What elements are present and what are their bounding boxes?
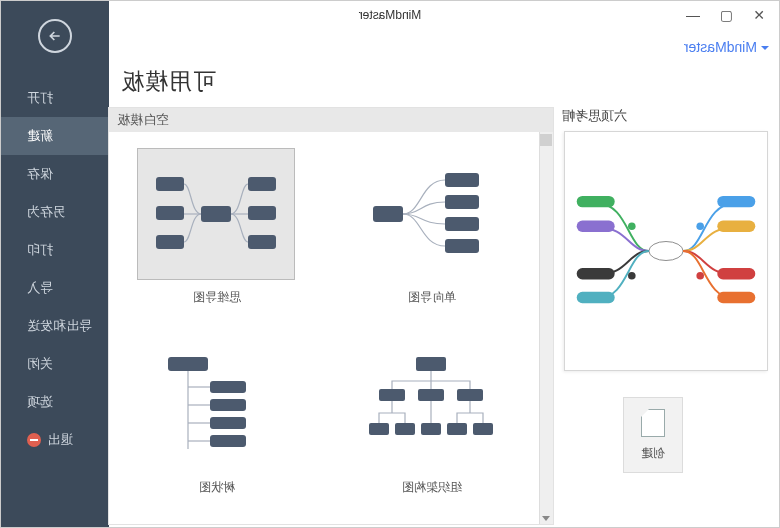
svg-rect-36 bbox=[422, 423, 442, 435]
menu-print[interactable]: 打印 bbox=[1, 231, 109, 269]
svg-point-11 bbox=[696, 272, 704, 280]
menu-save-as[interactable]: 另存为 bbox=[1, 193, 109, 231]
page-title: 可用模板 bbox=[120, 66, 768, 97]
svg-rect-19 bbox=[157, 235, 185, 249]
page-icon bbox=[641, 409, 665, 437]
svg-rect-3 bbox=[717, 268, 755, 279]
svg-point-12 bbox=[628, 272, 636, 280]
svg-point-9 bbox=[696, 223, 704, 231]
svg-rect-25 bbox=[169, 357, 209, 371]
window-close-icon[interactable]: ✕ bbox=[753, 7, 765, 23]
svg-rect-22 bbox=[446, 195, 480, 209]
svg-rect-13 bbox=[202, 206, 232, 222]
svg-rect-31 bbox=[458, 389, 484, 401]
title-bar: ✕ ▢ — MindMaster bbox=[1, 1, 779, 29]
svg-rect-26 bbox=[211, 381, 247, 393]
svg-point-10 bbox=[628, 223, 636, 231]
template-mindmap[interactable]: 思维导图 bbox=[109, 132, 324, 322]
svg-rect-24 bbox=[446, 239, 480, 253]
menu-new[interactable]: 新建 bbox=[1, 117, 109, 155]
svg-rect-27 bbox=[211, 399, 247, 411]
template-label: 单向导图 bbox=[408, 289, 456, 306]
menu-save[interactable]: 保存 bbox=[1, 155, 109, 193]
template-panel: 空白模板 bbox=[108, 107, 554, 525]
svg-rect-6 bbox=[577, 221, 615, 232]
main-area: 可用模板 六顶思考帽 bbox=[108, 66, 768, 525]
svg-point-0 bbox=[649, 242, 683, 261]
template-orgchart[interactable]: 组织架构图 bbox=[324, 322, 539, 512]
svg-rect-28 bbox=[211, 417, 247, 429]
template-onedirection[interactable]: 单向导图 bbox=[324, 132, 539, 322]
svg-rect-30 bbox=[417, 357, 447, 371]
window-maximize-icon[interactable]: ▢ bbox=[720, 7, 733, 23]
svg-rect-23 bbox=[446, 217, 480, 231]
svg-rect-8 bbox=[577, 292, 615, 303]
svg-rect-21 bbox=[446, 173, 480, 187]
menu-options[interactable]: 选项 bbox=[1, 383, 109, 421]
chevron-down-icon bbox=[761, 46, 769, 50]
exit-icon bbox=[27, 433, 41, 447]
preview-column: 六顶思考帽 bbox=[554, 107, 768, 525]
window-minimize-icon[interactable]: — bbox=[686, 7, 700, 23]
create-button[interactable]: 创建 bbox=[623, 397, 683, 473]
scroll-down-icon[interactable] bbox=[542, 516, 550, 521]
svg-rect-18 bbox=[157, 206, 185, 220]
brand-dropdown[interactable]: MindMaster bbox=[684, 39, 769, 55]
svg-rect-34 bbox=[474, 423, 494, 435]
sidebar: 打开 新建 保存 另存为 打印 导入 导出和发送 关闭 选项 退出 bbox=[1, 1, 109, 527]
svg-rect-35 bbox=[448, 423, 468, 435]
preview-heading: 六顶思考帽 bbox=[562, 107, 768, 125]
scrollbar[interactable] bbox=[539, 132, 553, 524]
menu-open[interactable]: 打开 bbox=[1, 79, 109, 117]
preview-thumbnail[interactable] bbox=[564, 131, 768, 371]
svg-rect-15 bbox=[249, 206, 277, 220]
menu-exit[interactable]: 退出 bbox=[1, 421, 109, 459]
menu-close[interactable]: 关闭 bbox=[1, 345, 109, 383]
svg-rect-33 bbox=[380, 389, 406, 401]
menu-import[interactable]: 导入 bbox=[1, 269, 109, 307]
menu-export-send[interactable]: 导出和发送 bbox=[1, 307, 109, 345]
svg-rect-4 bbox=[717, 292, 755, 303]
template-tree[interactable]: 树状图 bbox=[109, 322, 324, 512]
svg-rect-7 bbox=[577, 268, 615, 279]
back-button[interactable] bbox=[38, 19, 72, 53]
svg-rect-17 bbox=[157, 177, 185, 191]
svg-rect-32 bbox=[419, 389, 445, 401]
section-header: 空白模板 bbox=[109, 108, 553, 132]
scroll-thumb[interactable] bbox=[540, 134, 552, 146]
svg-rect-14 bbox=[249, 177, 277, 191]
svg-rect-29 bbox=[211, 435, 247, 447]
window-title: MindMaster bbox=[359, 8, 422, 22]
arrow-right-icon bbox=[47, 28, 63, 44]
svg-rect-5 bbox=[577, 196, 615, 207]
svg-rect-20 bbox=[374, 206, 404, 222]
template-label: 组织架构图 bbox=[402, 479, 462, 496]
svg-rect-2 bbox=[717, 221, 755, 232]
create-label: 创建 bbox=[641, 445, 665, 462]
svg-rect-38 bbox=[370, 423, 390, 435]
svg-rect-1 bbox=[717, 196, 755, 207]
template-label: 思维导图 bbox=[193, 289, 241, 306]
template-label: 树状图 bbox=[199, 479, 235, 496]
preview-image bbox=[571, 161, 761, 341]
svg-rect-16 bbox=[249, 235, 277, 249]
svg-rect-37 bbox=[396, 423, 416, 435]
